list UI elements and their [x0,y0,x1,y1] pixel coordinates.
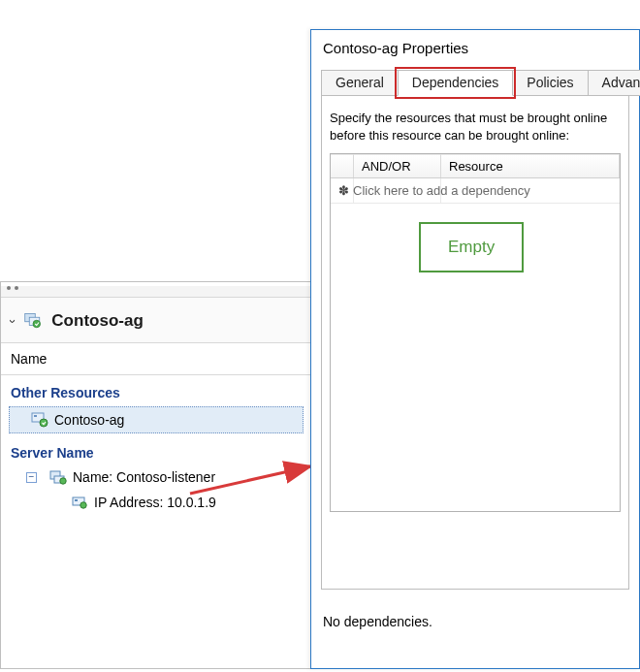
tab-body-dependencies: Specify the resources that must be broug… [321,95,629,590]
svg-point-11 [80,502,86,508]
grid-col-andor[interactable]: AND/OR [354,154,441,177]
column-header-name[interactable]: Name [1,343,311,375]
tab-dependencies[interactable]: Dependencies [398,70,514,96]
grid-col-marker [331,154,354,177]
tab-advanced[interactable]: Advanc [588,70,640,96]
cluster-resources-panel: › Contoso-ag Name Other Resources Contos… [0,281,312,669]
svg-point-2 [33,320,41,328]
resource-ip-address[interactable]: IP Address: 10.0.1.9 [1,490,311,515]
grid-placeholder-text[interactable]: Click here to add a dependency [345,178,620,203]
network-name-icon [49,468,67,486]
listener-label: Name: Contoso-listener [73,469,215,485]
tab-policies[interactable]: Policies [512,70,588,96]
cluster-group-icon [24,312,42,330]
status-text: No dependencies. [323,614,432,629]
resource-icon [31,411,48,429]
svg-rect-4 [34,415,37,417]
svg-rect-10 [75,499,78,501]
ip-address-icon [71,494,88,511]
empty-annotation: Empty [419,222,524,272]
resource-label: Contoso-ag [54,412,124,428]
resource-contoso-ag[interactable]: Contoso-ag [9,406,304,433]
tab-general[interactable]: General [321,70,399,96]
grid-header: AND/OR Resource [331,154,620,178]
group-header[interactable]: › Contoso-ag [1,298,311,343]
tab-strip: General Dependencies Policies Advanc [311,70,639,96]
chevron-down-icon: › [6,319,20,323]
pane-separator[interactable] [1,286,311,298]
instruction-text: Specify the resources that must be broug… [330,110,621,144]
resource-listener[interactable]: − Name: Contoso-listener [1,464,311,490]
dependencies-grid[interactable]: AND/OR Resource ✽ Click here to add a de… [330,153,621,512]
collapse-icon[interactable]: − [26,472,37,483]
svg-point-5 [40,419,48,427]
section-server-name: Server Name [1,435,311,464]
properties-dialog: Contoso-ag Properties General Dependenci… [310,29,640,669]
section-other-resources: Other Resources [1,375,311,404]
group-title: Contoso-ag [51,311,143,331]
grid-col-resource[interactable]: Resource [441,154,620,177]
ip-label: IP Address: 10.0.1.9 [94,495,216,510]
dialog-title: Contoso-ag Properties [311,30,639,70]
grid-placeholder-row[interactable]: ✽ Click here to add a dependency [331,178,620,204]
svg-point-8 [60,478,66,484]
